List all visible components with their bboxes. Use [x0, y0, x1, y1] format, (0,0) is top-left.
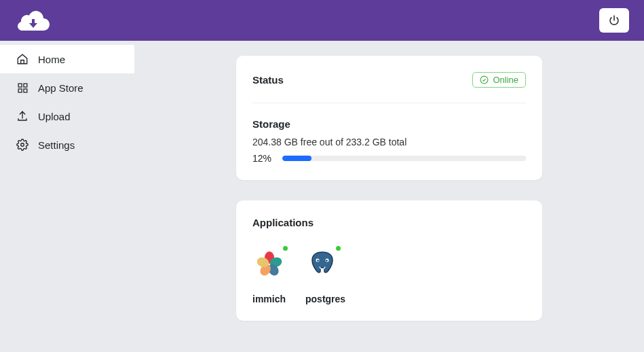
upload-icon: [16, 110, 29, 122]
app-postgres[interactable]: postgres: [305, 247, 345, 304]
svg-point-13: [317, 260, 318, 261]
app-name: immich: [252, 294, 286, 304]
sidebar-item-app-store[interactable]: App Store: [0, 73, 134, 102]
applications-card: Applications: [236, 200, 542, 321]
svg-rect-0: [18, 84, 22, 87]
sidebar-item-label: Upload: [38, 111, 71, 122]
svg-rect-3: [23, 88, 26, 92]
divider: [252, 103, 526, 103]
status-badge: Online: [472, 72, 526, 88]
applications-title: Applications: [252, 217, 526, 228]
status-dot: [336, 246, 341, 251]
sidebar-item-label: App Store: [38, 82, 83, 94]
storage-percent: 12%: [252, 153, 276, 164]
status-dot: [283, 246, 288, 251]
power-button[interactable]: [599, 8, 629, 33]
app-name: postgres: [305, 294, 345, 304]
check-circle-icon: [480, 75, 489, 84]
sidebar-item-home[interactable]: Home: [0, 45, 134, 73]
svg-point-14: [326, 260, 327, 261]
status-badge-text: Online: [493, 75, 518, 85]
sidebar-item-label: Settings: [38, 139, 75, 151]
immich-icon: [254, 249, 284, 279]
gear-icon: [16, 139, 29, 151]
header: [0, 0, 644, 41]
status-title: Status: [252, 74, 284, 86]
sidebar: Home App Store Upload Settings: [0, 41, 134, 352]
sidebar-item-label: Home: [38, 54, 65, 65]
storage-summary: 204.38 GB free out of 233.2 GB total: [252, 137, 526, 147]
grid-icon: [16, 82, 29, 94]
sidebar-item-settings[interactable]: Settings: [0, 130, 134, 159]
main-content: Status Online Storage 204.38 GB free out…: [134, 41, 644, 352]
cloud-upload-logo-icon: [15, 9, 52, 32]
svg-rect-1: [23, 84, 26, 87]
storage-progress-fill: [282, 156, 311, 161]
svg-point-5: [481, 76, 489, 84]
svg-rect-2: [18, 88, 22, 92]
status-card: Status Online Storage 204.38 GB free out…: [236, 56, 542, 180]
home-icon: [16, 53, 29, 65]
app-immich[interactable]: immich: [252, 247, 286, 304]
storage-progress: [282, 156, 526, 161]
postgres-icon: [307, 249, 337, 279]
svg-point-4: [21, 143, 24, 147]
power-icon: [608, 14, 620, 27]
storage-title: Storage: [252, 118, 526, 130]
sidebar-item-upload[interactable]: Upload: [0, 102, 134, 130]
logo: [15, 9, 52, 32]
